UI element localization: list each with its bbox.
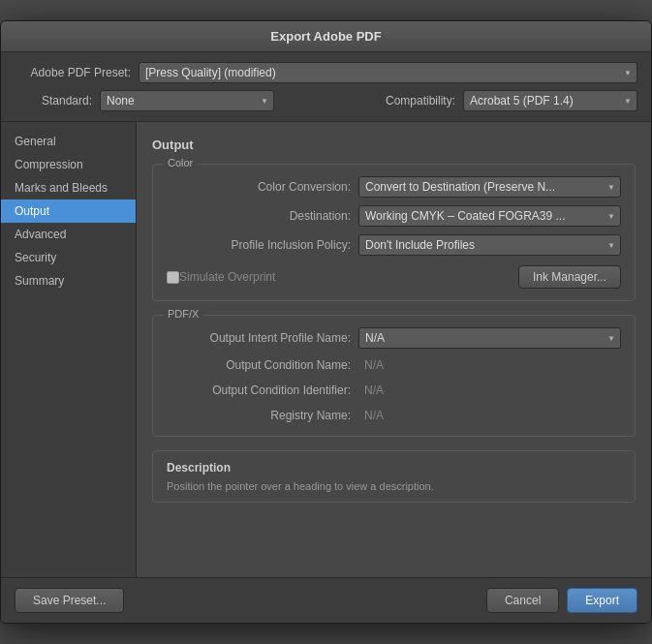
destination-row: Destination: Working CMYK – Coated FOGRA… [167,205,621,227]
compat-item: Compatibility: Acrobat 5 (PDF 1.4) [349,90,637,111]
registry-name-label: Registry Name: [167,409,351,422]
output-intent-row: Output Intent Profile Name: N/A [167,327,621,349]
standard-compat-row: Standard: None Compatibility: Acrobat 5 … [15,90,637,111]
compat-select[interactable]: Acrobat 5 (PDF 1.4) [463,90,637,111]
save-preset-button[interactable]: Save Preset... [15,588,124,613]
action-buttons: Cancel Export [486,588,637,613]
title-bar: Export Adobe PDF [1,21,651,52]
color-group: Color Color Conversion: Convert to Desti… [152,164,636,301]
destination-select-wrapper: Working CMYK – Coated FOGRA39 ... [358,205,621,227]
registry-name-value: N/A [358,407,621,424]
profile-inclusion-row: Profile Inclusion Policy: Don't Include … [167,234,621,256]
section-title: Output [152,138,636,152]
sidebar: General Compression Marks and Bleeds Out… [1,122,137,577]
output-intent-label: Output Intent Profile Name: [167,331,351,345]
output-condition-name-row: Output Condition Name: N/A [167,356,621,374]
registry-name-row: Registry Name: N/A [167,407,621,424]
top-controls: Adobe PDF Preset: [Press Quality] (modif… [1,52,651,122]
description-box: Description Position the pointer over a … [152,450,636,503]
destination-label: Destination: [167,209,351,223]
destination-select[interactable]: Working CMYK – Coated FOGRA39 ... [358,205,621,227]
output-condition-id-value: N/A [358,382,621,399]
pdfx-group: PDF/X Output Intent Profile Name: N/A Ou… [152,315,636,437]
description-text: Position the pointer over a heading to v… [167,480,621,492]
cancel-button[interactable]: Cancel [486,588,559,613]
profile-inclusion-select[interactable]: Don't Include Profiles [358,234,621,256]
content-area: Output Color Color Conversion: Convert t… [137,122,651,577]
preset-row: Adobe PDF Preset: [Press Quality] (modif… [15,62,637,83]
standard-item: Standard: None [15,90,274,111]
sidebar-item-output[interactable]: Output [1,199,136,223]
color-conversion-select-wrapper: Convert to Destination (Preserve N... [358,176,621,198]
sidebar-item-marks-and-bleeds[interactable]: Marks and Bleeds [1,176,136,199]
sidebar-item-security[interactable]: Security [1,246,136,269]
dialog-title: Export Adobe PDF [270,29,381,44]
preset-select-wrapper: [Press Quality] (modified) [139,62,637,83]
standard-select-wrapper: None [100,90,274,111]
simulate-overprint-checkbox [167,271,179,284]
standard-select[interactable]: None [100,90,274,111]
color-group-title: Color [163,157,198,169]
pdfx-group-title: PDF/X [163,308,203,320]
preset-select[interactable]: [Press Quality] (modified) [139,62,637,83]
compat-select-wrapper: Acrobat 5 (PDF 1.4) [463,90,637,111]
profile-inclusion-select-wrapper: Don't Include Profiles [358,234,621,256]
description-title: Description [167,461,621,475]
simulate-overprint-row: Simulate Overprint Ink Manager... [167,265,621,289]
main-content: General Compression Marks and Bleeds Out… [1,122,651,577]
color-conversion-select[interactable]: Convert to Destination (Preserve N... [358,176,621,198]
export-button[interactable]: Export [567,588,637,613]
standard-label: Standard: [15,94,92,107]
output-intent-select-wrapper: N/A [358,327,621,349]
output-condition-id-row: Output Condition Identifier: N/A [167,382,621,399]
output-condition-id-label: Output Condition Identifier: [167,383,351,397]
output-intent-select[interactable]: N/A [358,327,621,349]
color-conversion-row: Color Conversion: Convert to Destination… [167,176,621,198]
output-condition-name-value: N/A [358,356,621,374]
sidebar-item-advanced[interactable]: Advanced [1,223,136,246]
sidebar-item-general[interactable]: General [1,130,136,153]
simulate-overprint-label: Simulate Overprint [179,270,275,284]
ink-manager-button[interactable]: Ink Manager... [518,265,621,289]
sidebar-item-summary[interactable]: Summary [1,269,136,292]
sidebar-item-compression[interactable]: Compression [1,153,136,176]
export-pdf-dialog: Export Adobe PDF Adobe PDF Preset: [Pres… [0,20,652,624]
color-conversion-label: Color Conversion: [167,180,351,194]
preset-label: Adobe PDF Preset: [15,66,131,79]
bottom-bar: Save Preset... Cancel Export [1,577,651,623]
output-condition-name-label: Output Condition Name: [167,358,351,372]
compat-label: Compatibility: [349,94,455,107]
profile-inclusion-label: Profile Inclusion Policy: [167,238,351,252]
